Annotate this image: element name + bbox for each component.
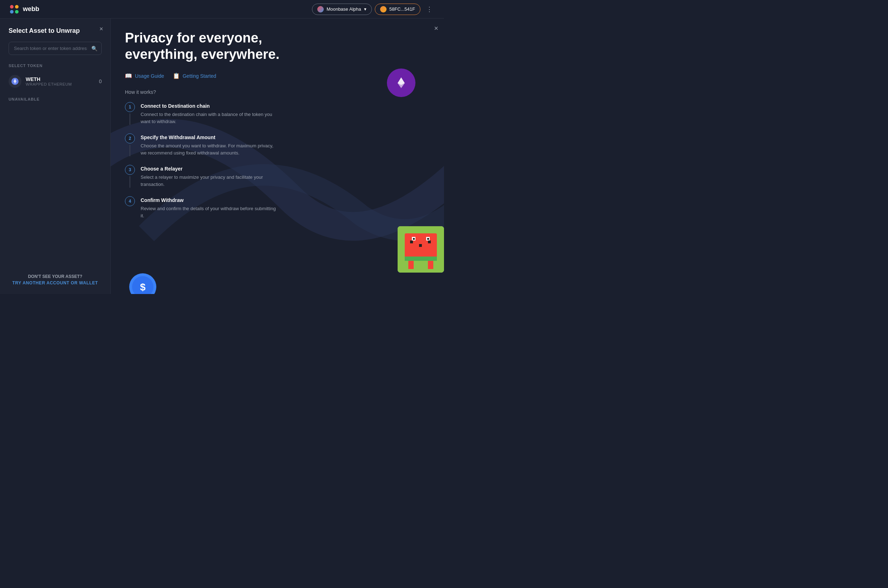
svg-point-1 xyxy=(15,5,18,9)
token-icon xyxy=(9,75,21,88)
step-1: 1 Connect to Destination chain Connect t… xyxy=(125,102,430,134)
svg-rect-12 xyxy=(413,238,415,240)
svg-point-0 xyxy=(10,5,14,9)
dont-see-text: DON'T SEE YOUR ASSET? xyxy=(0,274,110,279)
wallet-button[interactable]: 58FC...541F xyxy=(375,4,421,15)
usage-guide-link[interactable]: 📖 Usage Guide xyxy=(125,72,164,79)
search-input[interactable] xyxy=(9,42,102,55)
ethereum-icon xyxy=(387,69,415,97)
getting-started-label: Getting Started xyxy=(183,73,216,79)
step-3-content: Choose a Relayer Select a relayer to max… xyxy=(141,165,430,188)
panel-close-button[interactable]: × xyxy=(434,24,438,33)
step-2-title: Specify the Withdrawal Amount xyxy=(141,135,430,140)
wallet-address: 58FC...541F xyxy=(389,6,415,12)
step-1-content: Connect to Destination chain Connect to … xyxy=(141,102,430,125)
steps-list: 1 Connect to Destination chain Connect t… xyxy=(125,102,430,219)
step-2-left: 2 xyxy=(125,134,135,156)
step-2: 2 Specify the Withdrawal Amount Choose t… xyxy=(125,134,430,165)
svg-rect-8 xyxy=(419,244,422,247)
step-2-desc: Choose the amount you want to withdraw. … xyxy=(141,142,276,156)
svg-text:$: $ xyxy=(140,282,146,292)
wallet-avatar xyxy=(380,6,386,12)
header-right: Moonbase Alpha ▾ 58FC...541F ⋮ xyxy=(312,4,436,15)
book-icon: 📖 xyxy=(125,72,132,79)
step-4-content: Confirm Withdraw Review and confirm the … xyxy=(141,196,430,219)
header: webb Moonbase Alpha ▾ 58FC...541F ⋮ xyxy=(0,0,444,18)
step-1-left: 1 xyxy=(125,102,135,125)
guide-links: 📖 Usage Guide 📋 Getting Started xyxy=(125,72,430,79)
svg-point-2 xyxy=(10,10,14,14)
step-1-title: Connect to Destination chain xyxy=(141,103,430,109)
step-4-title: Confirm Withdraw xyxy=(141,197,430,203)
step-1-line xyxy=(129,114,130,125)
svg-rect-7 xyxy=(410,240,413,243)
svg-rect-9 xyxy=(428,240,431,243)
how-it-works-text: How it works? xyxy=(125,89,430,95)
step-2-line xyxy=(129,145,130,156)
step-3-line xyxy=(129,176,130,188)
token-item[interactable]: WETH WRAPPED ETHEREUM 0 xyxy=(9,71,102,92)
more-options-button[interactable]: ⋮ xyxy=(423,4,436,15)
unavailable-label: UNAVAILABLE xyxy=(9,97,102,101)
main-layout: Select Asset to Unwrap × 🔍 SELECT TOKEN … xyxy=(0,18,444,294)
step-3-title: Choose a Relayer xyxy=(141,166,430,172)
svg-rect-13 xyxy=(427,238,429,240)
try-another-link[interactable]: TRY ANOTHER ACCOUNT OR WALLET xyxy=(0,280,110,285)
network-icon xyxy=(317,6,324,12)
select-asset-modal: Select Asset to Unwrap × 🔍 SELECT TOKEN … xyxy=(0,18,111,294)
chevron-down-icon: ▾ xyxy=(364,6,367,12)
step-4-left: 4 xyxy=(125,196,135,219)
close-modal-button[interactable]: × xyxy=(99,26,103,32)
token-name: WETH xyxy=(26,76,99,82)
step-4-desc: Review and confirm the details of your w… xyxy=(141,205,276,219)
token-info: WETH WRAPPED ETHEREUM xyxy=(26,76,99,86)
right-panel: × Privacy for everyone, everything, ever… xyxy=(111,18,444,294)
hero-title: Privacy for everyone, everything, everyw… xyxy=(125,30,311,63)
flag-icon: 📋 xyxy=(173,72,180,79)
logo: webb xyxy=(9,4,39,15)
right-content: Privacy for everyone, everything, everyw… xyxy=(111,18,444,231)
step-2-number: 2 xyxy=(125,134,135,143)
bottom-section: DON'T SEE YOUR ASSET? TRY ANOTHER ACCOUN… xyxy=(0,274,110,285)
svg-rect-16 xyxy=(405,256,437,261)
step-3-number: 3 xyxy=(125,165,135,175)
webb-logo-icon xyxy=(9,4,20,15)
getting-started-link[interactable]: 📋 Getting Started xyxy=(173,72,216,79)
svg-point-3 xyxy=(15,10,18,14)
step-1-desc: Connect to the destination chain with a … xyxy=(141,111,276,125)
step-3-left: 3 xyxy=(125,165,135,188)
step-2-content: Specify the Withdrawal Amount Choose the… xyxy=(141,134,430,156)
step-1-number: 1 xyxy=(125,102,135,112)
network-button[interactable]: Moonbase Alpha ▾ xyxy=(312,4,372,15)
step-3-desc: Select a relayer to maximize your privac… xyxy=(141,174,276,188)
token-balance: 0 xyxy=(99,78,102,84)
network-name: Moonbase Alpha xyxy=(327,6,361,12)
pixel-nft xyxy=(398,226,444,273)
token-full-name: WRAPPED ETHEREUM xyxy=(26,82,99,86)
step-4: 4 Confirm Withdraw Review and confirm th… xyxy=(125,196,430,219)
modal-title: Select Asset to Unwrap xyxy=(9,27,102,34)
logo-text: webb xyxy=(23,5,39,13)
coin-icon: $ xyxy=(128,273,157,294)
usage-guide-label: Usage Guide xyxy=(135,73,164,79)
search-container: 🔍 xyxy=(9,42,102,55)
select-token-label: SELECT TOKEN xyxy=(9,63,102,68)
step-4-number: 4 xyxy=(125,196,135,206)
step-3: 3 Choose a Relayer Select a relayer to m… xyxy=(125,165,430,196)
